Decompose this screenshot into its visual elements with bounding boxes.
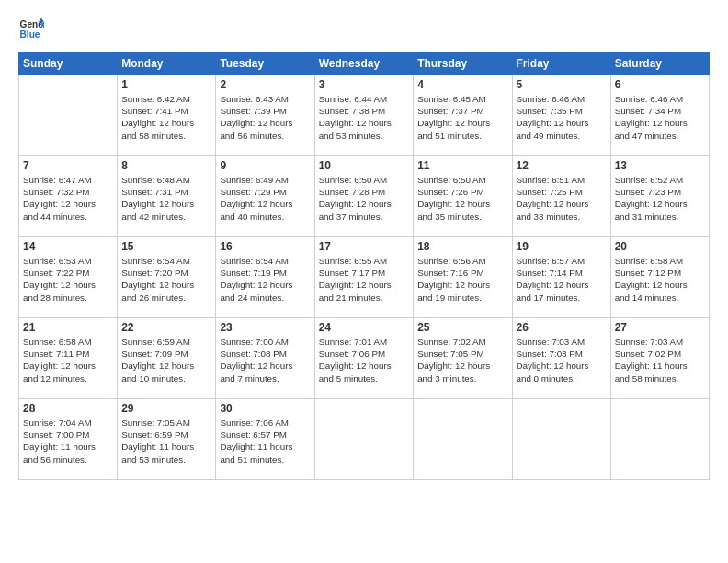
calendar-cell: 15Sunrise: 6:54 AM Sunset: 7:20 PM Dayli… xyxy=(118,237,216,318)
day-number: 16 xyxy=(220,240,310,253)
day-info: Sunrise: 6:48 AM Sunset: 7:31 PM Dayligh… xyxy=(121,174,211,223)
day-number: 29 xyxy=(121,402,211,415)
calendar-cell: 19Sunrise: 6:57 AM Sunset: 7:14 PM Dayli… xyxy=(512,237,610,318)
calendar-cell: 26Sunrise: 7:03 AM Sunset: 7:03 PM Dayli… xyxy=(512,318,610,399)
header-saturday: Saturday xyxy=(610,52,709,75)
day-number: 22 xyxy=(121,321,211,334)
calendar-cell: 16Sunrise: 6:54 AM Sunset: 7:19 PM Dayli… xyxy=(216,237,314,318)
day-number: 12 xyxy=(517,159,607,172)
header-wednesday: Wednesday xyxy=(314,52,414,75)
calendar-cell: 10Sunrise: 6:50 AM Sunset: 7:28 PM Dayli… xyxy=(314,156,414,237)
day-info: Sunrise: 6:45 AM Sunset: 7:37 PM Dayligh… xyxy=(417,93,507,142)
day-info: Sunrise: 6:54 AM Sunset: 7:20 PM Dayligh… xyxy=(121,255,211,304)
calendar-cell: 29Sunrise: 7:05 AM Sunset: 6:59 PM Dayli… xyxy=(118,399,216,480)
header-monday: Monday xyxy=(118,52,216,75)
day-info: Sunrise: 6:58 AM Sunset: 7:12 PM Dayligh… xyxy=(615,255,705,304)
calendar: SundayMondayTuesdayWednesdayThursdayFrid… xyxy=(18,52,710,480)
day-number: 26 xyxy=(517,321,607,334)
calendar-header-row: SundayMondayTuesdayWednesdayThursdayFrid… xyxy=(19,52,710,75)
calendar-cell xyxy=(19,75,118,156)
day-info: Sunrise: 6:43 AM Sunset: 7:39 PM Dayligh… xyxy=(220,93,310,142)
calendar-cell: 28Sunrise: 7:04 AM Sunset: 7:00 PM Dayli… xyxy=(19,399,118,480)
day-number: 18 xyxy=(417,240,507,253)
day-info: Sunrise: 6:50 AM Sunset: 7:28 PM Dayligh… xyxy=(319,174,410,223)
day-info: Sunrise: 6:42 AM Sunset: 7:41 PM Dayligh… xyxy=(121,93,211,142)
day-number: 1 xyxy=(121,78,211,91)
calendar-cell: 11Sunrise: 6:50 AM Sunset: 7:26 PM Dayli… xyxy=(414,156,512,237)
calendar-cell: 25Sunrise: 7:02 AM Sunset: 7:05 PM Dayli… xyxy=(414,318,512,399)
day-number: 14 xyxy=(23,240,113,253)
day-info: Sunrise: 7:05 AM Sunset: 6:59 PM Dayligh… xyxy=(121,417,211,465)
day-info: Sunrise: 6:46 AM Sunset: 7:35 PM Dayligh… xyxy=(517,93,607,142)
day-number: 10 xyxy=(319,159,410,172)
calendar-cell: 6Sunrise: 6:46 AM Sunset: 7:34 PM Daylig… xyxy=(610,75,709,156)
calendar-cell: 18Sunrise: 6:56 AM Sunset: 7:16 PM Dayli… xyxy=(414,237,512,318)
day-number: 5 xyxy=(517,78,607,91)
calendar-cell: 4Sunrise: 6:45 AM Sunset: 7:37 PM Daylig… xyxy=(414,75,512,156)
day-info: Sunrise: 6:44 AM Sunset: 7:38 PM Dayligh… xyxy=(319,93,410,142)
day-info: Sunrise: 7:04 AM Sunset: 7:00 PM Dayligh… xyxy=(23,417,113,465)
calendar-week-3: 14Sunrise: 6:53 AM Sunset: 7:22 PM Dayli… xyxy=(19,237,710,318)
day-number: 19 xyxy=(517,240,607,253)
calendar-cell: 21Sunrise: 6:58 AM Sunset: 7:11 PM Dayli… xyxy=(19,318,118,399)
calendar-cell xyxy=(414,399,512,480)
calendar-cell: 14Sunrise: 6:53 AM Sunset: 7:22 PM Dayli… xyxy=(19,237,118,318)
day-info: Sunrise: 6:50 AM Sunset: 7:26 PM Dayligh… xyxy=(417,174,507,223)
day-number: 3 xyxy=(319,78,410,91)
calendar-cell: 3Sunrise: 6:44 AM Sunset: 7:38 PM Daylig… xyxy=(314,75,414,156)
day-number: 2 xyxy=(220,78,310,91)
calendar-cell: 24Sunrise: 7:01 AM Sunset: 7:06 PM Dayli… xyxy=(314,318,414,399)
day-info: Sunrise: 6:49 AM Sunset: 7:29 PM Dayligh… xyxy=(220,174,310,223)
calendar-cell: 17Sunrise: 6:55 AM Sunset: 7:17 PM Dayli… xyxy=(314,237,414,318)
header-sunday: Sunday xyxy=(19,52,118,75)
day-number: 17 xyxy=(319,240,410,253)
day-info: Sunrise: 6:54 AM Sunset: 7:19 PM Dayligh… xyxy=(220,255,310,304)
header-friday: Friday xyxy=(512,52,610,75)
day-number: 28 xyxy=(23,402,113,415)
calendar-cell: 8Sunrise: 6:48 AM Sunset: 7:31 PM Daylig… xyxy=(118,156,216,237)
calendar-cell: 9Sunrise: 6:49 AM Sunset: 7:29 PM Daylig… xyxy=(216,156,314,237)
day-info: Sunrise: 7:01 AM Sunset: 7:06 PM Dayligh… xyxy=(319,336,410,385)
calendar-week-5: 28Sunrise: 7:04 AM Sunset: 7:00 PM Dayli… xyxy=(19,399,710,480)
day-info: Sunrise: 7:00 AM Sunset: 7:08 PM Dayligh… xyxy=(220,336,310,385)
day-number: 4 xyxy=(417,78,507,91)
calendar-cell: 13Sunrise: 6:52 AM Sunset: 7:23 PM Dayli… xyxy=(610,156,709,237)
day-info: Sunrise: 7:06 AM Sunset: 6:57 PM Dayligh… xyxy=(220,417,310,465)
logo: General Blue xyxy=(18,17,44,42)
calendar-cell: 27Sunrise: 7:03 AM Sunset: 7:02 PM Dayli… xyxy=(610,318,709,399)
day-info: Sunrise: 6:58 AM Sunset: 7:11 PM Dayligh… xyxy=(23,336,113,385)
day-info: Sunrise: 7:03 AM Sunset: 7:02 PM Dayligh… xyxy=(615,336,705,385)
calendar-week-1: 1Sunrise: 6:42 AM Sunset: 7:41 PM Daylig… xyxy=(19,75,710,156)
day-info: Sunrise: 7:03 AM Sunset: 7:03 PM Dayligh… xyxy=(517,336,607,385)
calendar-cell: 12Sunrise: 6:51 AM Sunset: 7:25 PM Dayli… xyxy=(512,156,610,237)
day-number: 11 xyxy=(417,159,507,172)
day-number: 15 xyxy=(121,240,211,253)
logo-icon: General Blue xyxy=(18,17,44,42)
day-info: Sunrise: 6:55 AM Sunset: 7:17 PM Dayligh… xyxy=(319,255,410,304)
day-info: Sunrise: 7:02 AM Sunset: 7:05 PM Dayligh… xyxy=(417,336,507,385)
calendar-week-4: 21Sunrise: 6:58 AM Sunset: 7:11 PM Dayli… xyxy=(19,318,710,399)
calendar-cell: 5Sunrise: 6:46 AM Sunset: 7:35 PM Daylig… xyxy=(512,75,610,156)
calendar-cell xyxy=(314,399,414,480)
header-thursday: Thursday xyxy=(414,52,512,75)
calendar-cell: 20Sunrise: 6:58 AM Sunset: 7:12 PM Dayli… xyxy=(610,237,709,318)
calendar-cell xyxy=(610,399,709,480)
calendar-cell: 7Sunrise: 6:47 AM Sunset: 7:32 PM Daylig… xyxy=(19,156,118,237)
calendar-cell xyxy=(512,399,610,480)
day-info: Sunrise: 6:53 AM Sunset: 7:22 PM Dayligh… xyxy=(23,255,113,304)
calendar-cell: 23Sunrise: 7:00 AM Sunset: 7:08 PM Dayli… xyxy=(216,318,314,399)
day-info: Sunrise: 6:57 AM Sunset: 7:14 PM Dayligh… xyxy=(517,255,607,304)
day-number: 27 xyxy=(615,321,705,334)
calendar-week-2: 7Sunrise: 6:47 AM Sunset: 7:32 PM Daylig… xyxy=(19,156,710,237)
day-number: 23 xyxy=(220,321,310,334)
day-info: Sunrise: 6:59 AM Sunset: 7:09 PM Dayligh… xyxy=(121,336,211,385)
day-number: 30 xyxy=(220,402,310,415)
day-number: 6 xyxy=(615,78,705,91)
calendar-cell: 1Sunrise: 6:42 AM Sunset: 7:41 PM Daylig… xyxy=(118,75,216,156)
calendar-cell: 2Sunrise: 6:43 AM Sunset: 7:39 PM Daylig… xyxy=(216,75,314,156)
day-number: 20 xyxy=(615,240,705,253)
day-info: Sunrise: 6:51 AM Sunset: 7:25 PM Dayligh… xyxy=(517,174,607,223)
day-number: 9 xyxy=(220,159,310,172)
day-info: Sunrise: 6:46 AM Sunset: 7:34 PM Dayligh… xyxy=(615,93,705,142)
day-info: Sunrise: 6:47 AM Sunset: 7:32 PM Dayligh… xyxy=(23,174,113,223)
